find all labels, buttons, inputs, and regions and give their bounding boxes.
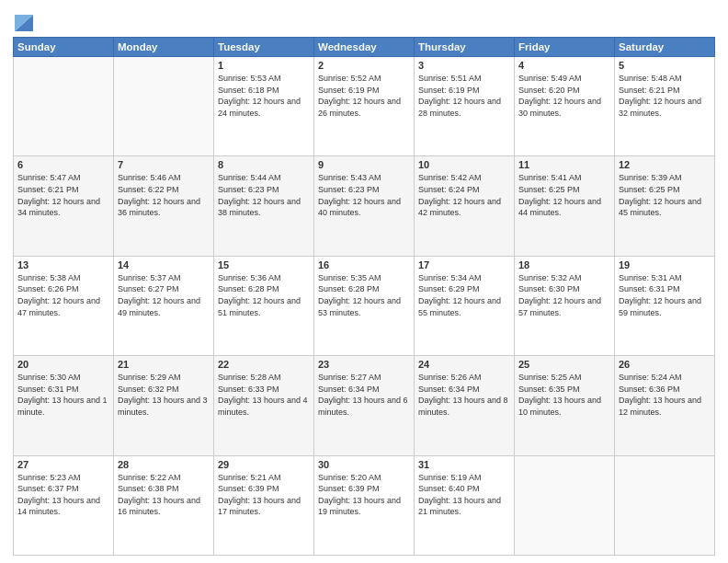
day-info: Sunrise: 5:48 AM Sunset: 6:21 PM Dayligh… (619, 73, 711, 119)
day-number: 4 (518, 60, 610, 71)
weekday-header-thursday: Thursday (415, 38, 515, 57)
day-info: Sunrise: 5:30 AM Sunset: 6:31 PM Dayligh… (17, 372, 109, 418)
day-info: Sunrise: 5:20 AM Sunset: 6:39 PM Dayligh… (318, 472, 410, 518)
calendar-cell: 4Sunrise: 5:49 AM Sunset: 6:20 PM Daylig… (515, 57, 615, 156)
week-row-4: 20Sunrise: 5:30 AM Sunset: 6:31 PM Dayli… (14, 356, 715, 455)
day-info: Sunrise: 5:26 AM Sunset: 6:34 PM Dayligh… (418, 372, 510, 418)
day-number: 1 (218, 60, 310, 71)
calendar-cell (114, 57, 214, 156)
day-number: 16 (318, 259, 410, 270)
calendar-cell: 12Sunrise: 5:39 AM Sunset: 6:25 PM Dayli… (615, 156, 715, 256)
week-row-3: 13Sunrise: 5:38 AM Sunset: 6:26 PM Dayli… (14, 256, 715, 355)
calendar-cell: 19Sunrise: 5:31 AM Sunset: 6:31 PM Dayli… (615, 256, 715, 355)
day-number: 19 (619, 259, 711, 270)
day-info: Sunrise: 5:42 AM Sunset: 6:24 PM Dayligh… (418, 172, 510, 218)
day-info: Sunrise: 5:37 AM Sunset: 6:27 PM Dayligh… (118, 272, 210, 318)
day-info: Sunrise: 5:41 AM Sunset: 6:25 PM Dayligh… (518, 172, 610, 218)
header (13, 9, 715, 31)
day-info: Sunrise: 5:21 AM Sunset: 6:39 PM Dayligh… (218, 472, 310, 518)
calendar-cell: 29Sunrise: 5:21 AM Sunset: 6:39 PM Dayli… (214, 455, 314, 555)
day-info: Sunrise: 5:46 AM Sunset: 6:22 PM Dayligh… (118, 172, 210, 218)
weekday-header-tuesday: Tuesday (214, 38, 314, 57)
day-info: Sunrise: 5:31 AM Sunset: 6:31 PM Dayligh… (619, 272, 711, 318)
day-info: Sunrise: 5:29 AM Sunset: 6:32 PM Dayligh… (118, 372, 210, 418)
weekday-header-monday: Monday (114, 38, 214, 57)
day-number: 6 (17, 159, 109, 170)
day-number: 8 (218, 159, 310, 170)
calendar-cell: 22Sunrise: 5:28 AM Sunset: 6:33 PM Dayli… (214, 356, 314, 455)
day-number: 20 (17, 359, 109, 370)
calendar-cell: 15Sunrise: 5:36 AM Sunset: 6:28 PM Dayli… (214, 256, 314, 355)
day-info: Sunrise: 5:19 AM Sunset: 6:40 PM Dayligh… (418, 472, 510, 518)
day-info: Sunrise: 5:49 AM Sunset: 6:20 PM Dayligh… (518, 73, 610, 119)
calendar-cell: 3Sunrise: 5:51 AM Sunset: 6:19 PM Daylig… (415, 57, 515, 156)
day-info: Sunrise: 5:27 AM Sunset: 6:34 PM Dayligh… (318, 372, 410, 418)
weekday-header-wednesday: Wednesday (314, 38, 415, 57)
calendar-cell: 10Sunrise: 5:42 AM Sunset: 6:24 PM Dayli… (415, 156, 515, 256)
calendar-cell: 31Sunrise: 5:19 AM Sunset: 6:40 PM Dayli… (415, 455, 515, 555)
calendar-cell: 13Sunrise: 5:38 AM Sunset: 6:26 PM Dayli… (14, 256, 114, 355)
day-info: Sunrise: 5:28 AM Sunset: 6:33 PM Dayligh… (218, 372, 310, 418)
day-number: 24 (418, 359, 510, 370)
calendar-cell (14, 57, 114, 156)
day-info: Sunrise: 5:34 AM Sunset: 6:29 PM Dayligh… (418, 272, 510, 318)
week-row-1: 1Sunrise: 5:53 AM Sunset: 6:18 PM Daylig… (14, 57, 715, 156)
day-number: 18 (518, 259, 610, 270)
day-number: 27 (17, 459, 109, 470)
day-number: 25 (518, 359, 610, 370)
calendar-cell: 20Sunrise: 5:30 AM Sunset: 6:31 PM Dayli… (14, 356, 114, 455)
page: SundayMondayTuesdayWednesdayThursdayFrid… (0, 0, 728, 563)
day-info: Sunrise: 5:52 AM Sunset: 6:19 PM Dayligh… (318, 73, 410, 119)
day-number: 30 (318, 459, 410, 470)
day-number: 22 (218, 359, 310, 370)
day-info: Sunrise: 5:25 AM Sunset: 6:35 PM Dayligh… (518, 372, 610, 418)
day-info: Sunrise: 5:22 AM Sunset: 6:38 PM Dayligh… (118, 472, 210, 518)
day-info: Sunrise: 5:47 AM Sunset: 6:21 PM Dayligh… (17, 172, 109, 218)
calendar-cell: 27Sunrise: 5:23 AM Sunset: 6:37 PM Dayli… (14, 455, 114, 555)
day-number: 11 (518, 159, 610, 170)
day-number: 26 (619, 359, 711, 370)
day-number: 14 (118, 259, 210, 270)
calendar-cell (615, 455, 715, 555)
calendar-cell: 17Sunrise: 5:34 AM Sunset: 6:29 PM Dayli… (415, 256, 515, 355)
week-row-5: 27Sunrise: 5:23 AM Sunset: 6:37 PM Dayli… (14, 455, 715, 555)
calendar-cell: 7Sunrise: 5:46 AM Sunset: 6:22 PM Daylig… (114, 156, 214, 256)
day-info: Sunrise: 5:23 AM Sunset: 6:37 PM Dayligh… (17, 472, 109, 518)
day-info: Sunrise: 5:51 AM Sunset: 6:19 PM Dayligh… (418, 73, 510, 119)
calendar-cell: 23Sunrise: 5:27 AM Sunset: 6:34 PM Dayli… (314, 356, 415, 455)
day-info: Sunrise: 5:24 AM Sunset: 6:36 PM Dayligh… (619, 372, 711, 418)
day-number: 2 (318, 60, 410, 71)
calendar-cell: 14Sunrise: 5:37 AM Sunset: 6:27 PM Dayli… (114, 256, 214, 355)
day-number: 31 (418, 459, 510, 470)
calendar-cell: 1Sunrise: 5:53 AM Sunset: 6:18 PM Daylig… (214, 57, 314, 156)
day-number: 5 (619, 60, 711, 71)
weekday-header-friday: Friday (515, 38, 615, 57)
day-info: Sunrise: 5:35 AM Sunset: 6:28 PM Dayligh… (318, 272, 410, 318)
calendar-table: SundayMondayTuesdayWednesdayThursdayFrid… (13, 37, 715, 556)
day-number: 17 (418, 259, 510, 270)
day-info: Sunrise: 5:53 AM Sunset: 6:18 PM Dayligh… (218, 73, 310, 119)
calendar-cell: 28Sunrise: 5:22 AM Sunset: 6:38 PM Dayli… (114, 455, 214, 555)
day-number: 28 (118, 459, 210, 470)
calendar-cell: 5Sunrise: 5:48 AM Sunset: 6:21 PM Daylig… (615, 57, 715, 156)
day-number: 29 (218, 459, 310, 470)
calendar-cell: 11Sunrise: 5:41 AM Sunset: 6:25 PM Dayli… (515, 156, 615, 256)
day-info: Sunrise: 5:38 AM Sunset: 6:26 PM Dayligh… (17, 272, 109, 318)
calendar-cell: 18Sunrise: 5:32 AM Sunset: 6:30 PM Dayli… (515, 256, 615, 355)
day-number: 13 (17, 259, 109, 270)
day-info: Sunrise: 5:39 AM Sunset: 6:25 PM Dayligh… (619, 172, 711, 218)
weekday-header-row: SundayMondayTuesdayWednesdayThursdayFrid… (14, 38, 715, 57)
calendar-cell: 9Sunrise: 5:43 AM Sunset: 6:23 PM Daylig… (314, 156, 415, 256)
logo-icon (15, 6, 33, 31)
calendar-cell: 26Sunrise: 5:24 AM Sunset: 6:36 PM Dayli… (615, 356, 715, 455)
day-info: Sunrise: 5:44 AM Sunset: 6:23 PM Dayligh… (218, 172, 310, 218)
calendar-cell (515, 455, 615, 555)
calendar-cell: 6Sunrise: 5:47 AM Sunset: 6:21 PM Daylig… (14, 156, 114, 256)
day-number: 3 (418, 60, 510, 71)
day-info: Sunrise: 5:43 AM Sunset: 6:23 PM Dayligh… (318, 172, 410, 218)
logo (13, 9, 33, 31)
calendar-cell: 25Sunrise: 5:25 AM Sunset: 6:35 PM Dayli… (515, 356, 615, 455)
day-number: 10 (418, 159, 510, 170)
day-number: 7 (118, 159, 210, 170)
calendar-cell: 21Sunrise: 5:29 AM Sunset: 6:32 PM Dayli… (114, 356, 214, 455)
